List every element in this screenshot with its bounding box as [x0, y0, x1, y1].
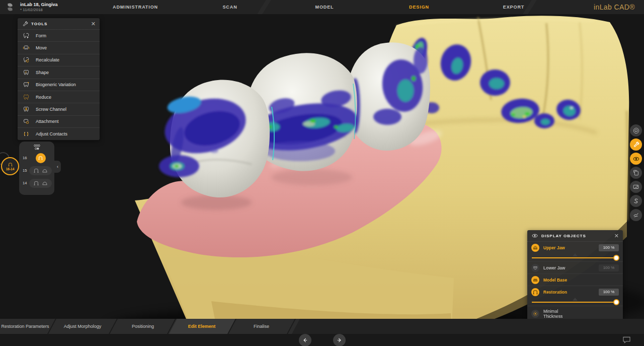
tool-item-attachment[interactable]: Attachment — [18, 115, 100, 127]
step-restoration-parameters[interactable]: Restoration Parameters — [0, 319, 50, 334]
nav-export[interactable]: EXPORT — [466, 0, 561, 14]
tooth-number: 15 — [23, 168, 29, 173]
slider-track[interactable] — [532, 257, 618, 258]
slider-notch — [573, 253, 578, 256]
tool-label: Move — [36, 45, 47, 50]
nav-design[interactable]: DESIGN — [372, 0, 466, 14]
upper-jaw-icon[interactable] — [531, 244, 539, 252]
close-icon[interactable]: ✕ — [91, 21, 96, 27]
tools-list: Form Move Recalculate Shape Biogeneric — [18, 30, 100, 140]
tooth-panel-collapse-chevron[interactable]: ‹ — [54, 161, 61, 173]
tool-item-reduce[interactable]: Reduce — [18, 91, 100, 103]
tooth-form-icon — [23, 32, 30, 39]
display-objects-panel: DISPLAY OBJECTS ✕ Upper Jaw 100 % Lower … — [527, 230, 623, 323]
tool-label: Form — [36, 33, 46, 38]
restoration-icon[interactable] — [531, 288, 539, 296]
abutment-icon — [33, 168, 39, 173]
tool-item-biogeneric-variation[interactable]: Biogeneric Variation — [18, 79, 100, 91]
footer-bar — [0, 334, 644, 346]
tool-item-adjust-contacts[interactable]: Adjust Contacts — [18, 127, 100, 140]
tooth-14-abutment-button[interactable] — [33, 180, 39, 186]
tools-button[interactable] — [630, 139, 642, 151]
articulation-icon — [632, 197, 639, 204]
restoration-opacity-slider[interactable] — [532, 298, 618, 306]
case-documents-button[interactable] — [630, 167, 642, 179]
restoration-group-badge[interactable]: 16-14 — [1, 157, 19, 175]
display-objects-title: DISPLAY OBJECTS — [541, 234, 614, 238]
nav-scan[interactable]: SCAN — [183, 0, 277, 14]
crown-icon — [42, 180, 48, 186]
wrench-icon — [22, 21, 28, 27]
project-info: inLab 18, Gingiva * 11/02/2018 — [20, 2, 58, 12]
back-button[interactable] — [299, 334, 311, 346]
display-objects-button[interactable] — [630, 153, 642, 165]
abutment-icon — [8, 162, 13, 167]
display-objects-eye-icon — [632, 155, 640, 163]
smooth-brush-button[interactable] — [630, 209, 642, 221]
model-base-icon[interactable] — [531, 276, 539, 284]
tool-item-form[interactable]: Form — [18, 30, 100, 41]
project-date: * 11/02/2018 — [20, 8, 58, 12]
tool-item-move[interactable]: Move — [18, 41, 100, 53]
tooth-16-abutment-button[interactable] — [36, 153, 46, 163]
tooth-14-crown-button[interactable] — [42, 180, 48, 186]
tooth-reduce-icon — [23, 94, 30, 101]
crown-icon — [42, 168, 48, 173]
display-row-upper-jaw[interactable]: Upper Jaw 100 % — [527, 242, 623, 253]
arrow-left-icon — [302, 337, 308, 343]
tool-item-recalculate[interactable]: Recalculate — [18, 54, 100, 66]
screenshot-button[interactable] — [630, 181, 642, 193]
step-adjust-morphology[interactable]: Adjust Morphology — [54, 319, 111, 334]
tool-label: Biogeneric Variation — [36, 82, 76, 87]
tool-label: Attachment — [36, 119, 59, 124]
step-edit-element[interactable]: Edit Element — [174, 319, 229, 334]
tooth-analysis-button[interactable] — [630, 124, 642, 136]
tool-label: Adjust Contacts — [36, 131, 67, 136]
minimal-thickness-icon[interactable] — [531, 310, 539, 318]
tooth-15-abutment-button[interactable] — [33, 168, 39, 173]
tooth-analysis-icon — [632, 127, 640, 134]
upper-jaw-opacity-slider[interactable] — [532, 253, 618, 261]
screenshot-icon — [632, 183, 639, 190]
slider-knob[interactable] — [613, 299, 619, 305]
arrow-right-icon — [336, 337, 343, 343]
display-row-label: Upper Jaw — [543, 245, 599, 250]
lower-jaw-icon[interactable] — [531, 264, 539, 272]
display-row-label: Restoration — [543, 290, 599, 295]
display-row-lower-jaw[interactable]: Lower Jaw 100 % — [527, 261, 623, 273]
right-toolbar — [630, 124, 642, 221]
tools-panel: TOOLS ✕ Form Move Recalculate — [18, 18, 100, 140]
tooth-15-crown-button[interactable] — [42, 168, 48, 173]
step-positioning[interactable]: Positioning — [116, 319, 170, 334]
slider-notch — [573, 298, 578, 301]
slider-track[interactable] — [532, 302, 618, 303]
opacity-value-badge: 100 % — [599, 244, 619, 251]
phase-bar: Restoration Parameters Adjust Morphology… — [0, 319, 644, 334]
tooth-row-16: 16 — [19, 152, 54, 164]
tooth-row-14: 14 — [19, 177, 54, 189]
smooth-brush-icon — [632, 212, 639, 219]
tool-item-screw-channel[interactable]: Screw Channel — [18, 103, 100, 115]
opacity-value-badge: 100 % — [599, 264, 619, 271]
display-objects-header: DISPLAY OBJECTS ✕ — [527, 230, 623, 242]
tooth-row-15: 15 — [19, 164, 54, 177]
tooth-biogeneric-icon — [23, 81, 30, 88]
nav-model[interactable]: MODEL — [277, 0, 372, 14]
articulation-button[interactable] — [630, 195, 642, 207]
tools-wrench-icon — [632, 141, 639, 148]
abutment-icon — [38, 156, 43, 160]
tool-item-shape[interactable]: Shape — [18, 66, 100, 78]
forward-button[interactable] — [333, 334, 346, 346]
step-finalise[interactable]: Finalise — [232, 319, 290, 334]
close-icon[interactable]: ✕ — [614, 233, 619, 239]
display-row-restoration[interactable]: Restoration 100 % — [527, 286, 623, 298]
display-row-model-base[interactable]: Model Base — [527, 273, 623, 286]
tool-label: Shape — [36, 70, 49, 75]
sirona-logo-icon — [5, 2, 15, 12]
display-row-label: Minimal Thickness — [543, 309, 575, 319]
brand-logo: inLab CAD® — [594, 3, 635, 11]
feedback-button[interactable] — [622, 336, 631, 343]
nav-administration[interactable]: ADMINISTRATION — [88, 0, 183, 14]
tool-label: Recalculate — [36, 57, 59, 62]
slider-knob[interactable] — [613, 255, 619, 261]
